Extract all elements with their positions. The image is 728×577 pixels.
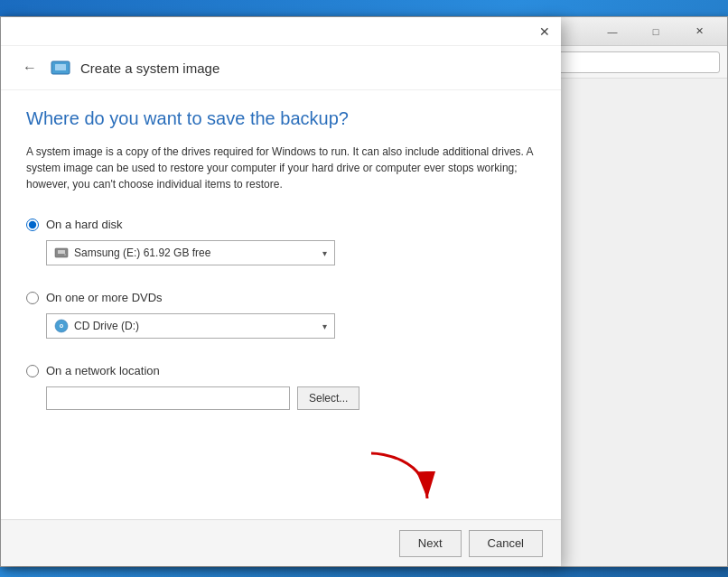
dialog-footer: Next Cancel	[1, 519, 561, 566]
hard-disk-dropdown[interactable]: Samsung (E:) 61.92 GB free ▾	[46, 240, 335, 265]
title-bar-buttons: — □ ✕	[592, 19, 720, 44]
dvd-label[interactable]: On one or more DVDs	[46, 291, 163, 304]
dialog-close-button[interactable]: ✕	[536, 23, 554, 41]
svg-point-10	[64, 254, 66, 256]
network-radio[interactable]	[26, 365, 39, 377]
dvd-dropdown-text: CD Drive (D:)	[74, 320, 322, 332]
dvd-dropdown[interactable]: CD Drive (D:) ▾	[46, 313, 335, 339]
next-arrow-annotation	[362, 444, 443, 517]
dialog-description: A system image is a copy of the drives r…	[26, 144, 536, 192]
network-location-input[interactable]	[46, 386, 290, 410]
dialog-heading: Where do you want to save the backup?	[26, 108, 536, 129]
hard-disk-dropdown-text: Samsung (E:) 61.92 GB free	[74, 247, 322, 259]
network-input-row: Select...	[46, 386, 536, 410]
dialog-header: ← Create a system image	[1, 46, 561, 90]
dialog-title-icon	[50, 57, 71, 79]
close-button[interactable]: ✕	[678, 19, 720, 44]
dvd-option-group: On one or more DVDs CD Drive (D:) ▾	[26, 291, 536, 339]
dvd-radio[interactable]	[26, 292, 39, 304]
dialog-back-button[interactable]: ←	[19, 57, 41, 79]
dvd-dropdown-row: CD Drive (D:) ▾	[46, 313, 536, 339]
dialog-body: Where do you want to save the backup? A …	[1, 90, 561, 453]
hard-disk-radio[interactable]	[26, 219, 39, 231]
select-button[interactable]: Select...	[297, 386, 359, 410]
hard-disk-option-group: On a hard disk Samsung (E:) 61.92 GB fre…	[26, 218, 536, 265]
svg-rect-9	[58, 250, 65, 254]
svg-rect-7	[55, 64, 66, 70]
dialog-title-bar: ✕	[1, 17, 561, 46]
hard-disk-label[interactable]: On a hard disk	[46, 218, 123, 231]
svg-point-13	[61, 325, 62, 327]
network-option-row: On a network location	[26, 364, 536, 377]
network-label[interactable]: On a network location	[46, 364, 160, 377]
next-button[interactable]: Next	[399, 530, 462, 557]
network-option-group: On a network location Select...	[26, 364, 536, 410]
dialog-title: Create a system image	[80, 60, 219, 76]
dvd-dropdown-arrow: ▾	[322, 321, 327, 331]
main-window: B Backup and Restore (Windows 7) — □ ✕ ←…	[0, 16, 728, 567]
hard-disk-dropdown-arrow: ▾	[322, 248, 327, 258]
cancel-button[interactable]: Cancel	[469, 530, 543, 557]
hard-disk-option-row: On a hard disk	[26, 218, 536, 231]
create-system-image-dialog: ✕ ← Create a system image Where do you w…	[1, 17, 561, 566]
maximize-button[interactable]: □	[635, 19, 677, 44]
dvd-option-row: On one or more DVDs	[26, 291, 536, 304]
dvd-dropdown-icon	[54, 319, 69, 333]
minimize-button[interactable]: —	[592, 19, 633, 44]
hard-disk-dropdown-row: Samsung (E:) 61.92 GB free ▾	[46, 240, 536, 265]
hard-disk-dropdown-icon	[54, 246, 69, 260]
main-content: Control Panel Home Create a system image…	[1, 79, 727, 564]
